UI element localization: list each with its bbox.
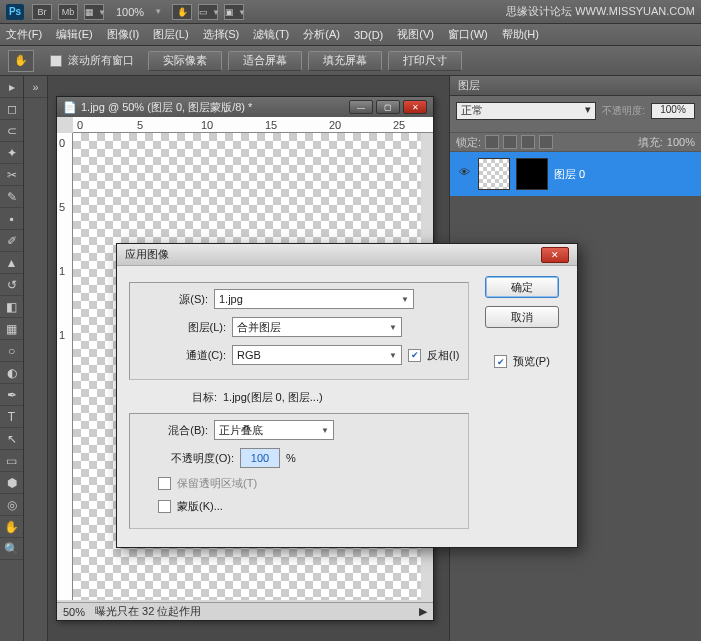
- 3d-tool-icon[interactable]: ⬢: [0, 472, 23, 494]
- actual-pixels-button[interactable]: 实际像素: [148, 51, 222, 71]
- menu-view[interactable]: 视图(V): [397, 27, 434, 42]
- layout-icon[interactable]: ▦▼: [84, 4, 104, 20]
- invert-checkbox[interactable]: ✔: [408, 349, 421, 362]
- gradient-tool-icon[interactable]: ▦: [0, 318, 23, 340]
- blend-mode-select[interactable]: 正常▾: [456, 102, 596, 120]
- arrange-icon[interactable]: ▭▼: [198, 4, 218, 20]
- lock-label: 锁定:: [456, 135, 481, 150]
- pen-tool-icon[interactable]: ✒: [0, 384, 23, 406]
- menu-select[interactable]: 选择(S): [203, 27, 240, 42]
- preserve-checkbox[interactable]: [158, 477, 171, 490]
- opacity-field[interactable]: 100%: [651, 103, 695, 119]
- menu-window[interactable]: 窗口(W): [448, 27, 488, 42]
- print-size-button[interactable]: 打印尺寸: [388, 51, 462, 71]
- channel-label: 通道(C):: [138, 348, 226, 363]
- lock-pos-icon[interactable]: [521, 135, 535, 149]
- mb-icon[interactable]: Mb: [58, 4, 78, 20]
- status-text: 曝光只在 32 位起作用: [95, 604, 201, 619]
- layer-thumb[interactable]: [478, 158, 510, 190]
- marquee-tool-icon[interactable]: ◻: [0, 98, 23, 120]
- wand-tool-icon[interactable]: ✦: [0, 142, 23, 164]
- eyedropper-tool-icon[interactable]: ✎: [0, 186, 23, 208]
- branding-text: 思缘设计论坛 WWW.MISSYUAN.COM: [506, 4, 695, 19]
- eraser-tool-icon[interactable]: ◧: [0, 296, 23, 318]
- heal-tool-icon[interactable]: ▪: [0, 208, 23, 230]
- app-zoom[interactable]: 100%: [116, 6, 144, 18]
- target-label: 目标:: [129, 390, 217, 405]
- zoom-tool-icon[interactable]: 🔍: [0, 538, 23, 560]
- layers-tab[interactable]: 图层: [450, 76, 701, 96]
- blend-label: 混合(B):: [138, 423, 208, 438]
- preview-label: 预览(P): [513, 354, 550, 369]
- stamp-tool-icon[interactable]: ▲: [0, 252, 23, 274]
- dialog-title: 应用图像: [125, 247, 169, 262]
- channel-select[interactable]: RGB▼: [232, 345, 402, 365]
- fill-label: 填充:: [638, 135, 663, 150]
- zoom-value[interactable]: 50%: [63, 606, 85, 618]
- move-tool-icon[interactable]: ▸: [0, 76, 23, 98]
- hand-icon[interactable]: ✋: [172, 4, 192, 20]
- layer-select[interactable]: 合并图层▼: [232, 317, 402, 337]
- invert-label: 反相(I): [427, 348, 459, 363]
- menu-file[interactable]: 文件(F): [6, 27, 42, 42]
- screen-icon[interactable]: ▣▼: [224, 4, 244, 20]
- hand-tool-icon[interactable]: ✋: [8, 50, 34, 72]
- lock-all-icon[interactable]: [539, 135, 553, 149]
- history-tool-icon[interactable]: ↺: [0, 274, 23, 296]
- dialog-titlebar[interactable]: 应用图像 ✕: [117, 244, 577, 266]
- hand-tool2-icon[interactable]: ✋: [0, 516, 23, 538]
- layer-list: 👁 图层 0: [450, 152, 701, 196]
- path-tool-icon[interactable]: ↖: [0, 428, 23, 450]
- source-label: 源(S):: [138, 292, 208, 307]
- visibility-icon[interactable]: 👁: [456, 166, 472, 182]
- minimize-button[interactable]: —: [349, 100, 373, 114]
- fit-screen-button[interactable]: 适合屏幕: [228, 51, 302, 71]
- menu-help[interactable]: 帮助(H): [502, 27, 539, 42]
- toolbox-2: »: [24, 76, 48, 641]
- toolbox-1: ▸ ◻ ⊂ ✦ ✂ ✎ ▪ ✐ ▲ ↺ ◧ ▦ ○ ◐ ✒ T ↖ ▭ ⬢ ◎ …: [0, 76, 24, 641]
- camera-tool-icon[interactable]: ◎: [0, 494, 23, 516]
- document-titlebar[interactable]: 📄 1.jpg @ 50% (图层 0, 图层蒙版/8) * — ▢ ✕: [57, 97, 433, 117]
- lasso-tool-icon[interactable]: ⊂: [0, 120, 23, 142]
- preserve-label: 保留透明区域(T): [177, 476, 257, 491]
- scroll-all-label: 滚动所有窗口: [68, 53, 134, 68]
- menu-layer[interactable]: 图层(L): [153, 27, 188, 42]
- mask-thumb[interactable]: [516, 158, 548, 190]
- document-title: 1.jpg @ 50% (图层 0, 图层蒙版/8) *: [81, 100, 252, 115]
- menu-image[interactable]: 图像(I): [107, 27, 139, 42]
- expand-icon[interactable]: »: [24, 76, 47, 98]
- maximize-button[interactable]: ▢: [376, 100, 400, 114]
- mask-label: 蒙版(K)...: [177, 499, 223, 514]
- cancel-button[interactable]: 取消: [485, 306, 559, 328]
- lock-trans-icon[interactable]: [485, 135, 499, 149]
- fill-screen-button[interactable]: 填充屏幕: [308, 51, 382, 71]
- type-tool-icon[interactable]: T: [0, 406, 23, 428]
- crop-tool-icon[interactable]: ✂: [0, 164, 23, 186]
- menu-analysis[interactable]: 分析(A): [303, 27, 340, 42]
- lock-paint-icon[interactable]: [503, 135, 517, 149]
- mask-checkbox[interactable]: [158, 500, 171, 513]
- opacity-input[interactable]: [240, 448, 280, 468]
- blur-tool-icon[interactable]: ○: [0, 340, 23, 362]
- opacity-label: 不透明度:: [602, 104, 645, 118]
- menu-edit[interactable]: 编辑(E): [56, 27, 93, 42]
- status-bar: 50% 曝光只在 32 位起作用 ▶: [57, 602, 433, 620]
- brush-tool-icon[interactable]: ✐: [0, 230, 23, 252]
- menu-3d[interactable]: 3D(D): [354, 29, 383, 41]
- ok-button[interactable]: 确定: [485, 276, 559, 298]
- menu-filter[interactable]: 滤镜(T): [253, 27, 289, 42]
- fill-field[interactable]: 100%: [667, 136, 695, 148]
- preview-checkbox[interactable]: ✔: [494, 355, 507, 368]
- ruler-vertical: 0511: [57, 133, 73, 600]
- blend-select[interactable]: 正片叠底▼: [214, 420, 334, 440]
- shape-tool-icon[interactable]: ▭: [0, 450, 23, 472]
- bridge-icon[interactable]: Br: [32, 4, 52, 20]
- source-select[interactable]: 1.jpg▼: [214, 289, 414, 309]
- dodge-tool-icon[interactable]: ◐: [0, 362, 23, 384]
- target-value: 1.jpg(图层 0, 图层...): [223, 390, 323, 405]
- scroll-all-checkbox[interactable]: [50, 55, 62, 67]
- dialog-close-button[interactable]: ✕: [541, 247, 569, 263]
- layer-item[interactable]: 👁 图层 0: [450, 152, 701, 196]
- close-button[interactable]: ✕: [403, 100, 427, 114]
- layer-name[interactable]: 图层 0: [554, 167, 585, 182]
